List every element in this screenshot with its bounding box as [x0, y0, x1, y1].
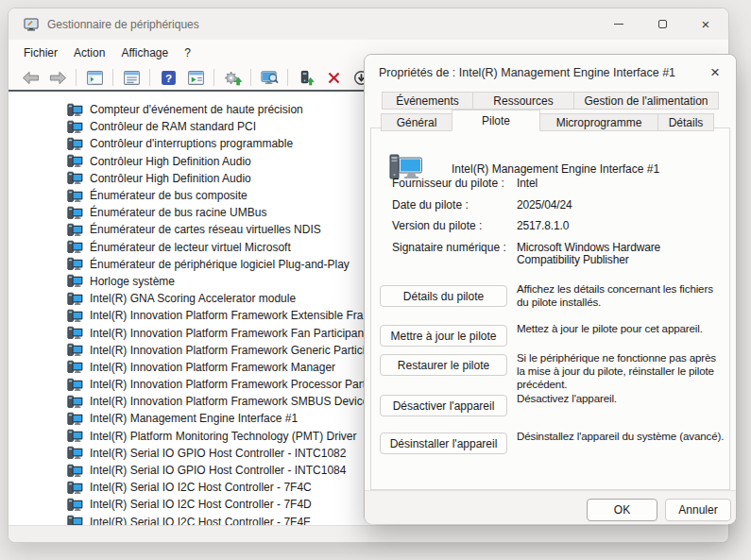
device-label: Énumérateur de bus racine UMBus: [90, 206, 266, 219]
driver-tab-page: Intel(R) Management Engine Interface #1 …: [370, 127, 730, 490]
desactiver-l-appareil-button[interactable]: Désactiver l'appareil: [380, 395, 507, 416]
device-label: Intel(R) Serial IO GPIO Host Controller …: [90, 447, 346, 460]
toolbar-separator: [76, 69, 77, 86]
close-icon: ×: [702, 17, 710, 31]
status-bar: [9, 525, 728, 542]
scan-hardware-button[interactable]: [257, 66, 282, 89]
device-icon: [67, 257, 83, 271]
close-icon: ×: [710, 63, 720, 82]
action-description: Si le périphérique ne fonctionne pas apr…: [517, 351, 726, 391]
enable-device-button[interactable]: [294, 66, 318, 89]
device-label: Intel(R) Platform Monitoring Technology …: [90, 430, 357, 443]
menu-action[interactable]: Action: [74, 46, 105, 59]
maximize-icon: [658, 20, 667, 28]
forward-arrow-button[interactable]: [45, 66, 70, 89]
device-label: Énumérateur de cartes réseau virtuelles …: [90, 223, 321, 236]
window-title: Gestionnaire de périphériques: [47, 18, 199, 31]
tab-pilote[interactable]: Pilote: [452, 110, 540, 131]
device-label: Intel(R) Innovation Platform Framework E…: [90, 309, 402, 322]
device-label: Horloge système: [90, 275, 175, 288]
properties-icon: [123, 70, 141, 86]
tab-general[interactable]: Général: [381, 113, 452, 131]
device-label: Intel(R) Management Engine Interface #1: [90, 412, 298, 425]
minimize-icon: [614, 24, 623, 25]
tab-details[interactable]: Détails: [657, 113, 714, 131]
device-icon: [67, 171, 83, 185]
device-label: Énumérateur de lecteur virtuel Microsoft: [90, 241, 291, 254]
restaurer-le-pilote-button[interactable]: Restaurer le pilote: [380, 354, 507, 376]
driver-actions: Détails du piloteAffichez les détails co…: [371, 128, 729, 489]
device-label: Intel(R) Serial IO I2C Host Controller -…: [90, 481, 312, 494]
device-icon: [67, 481, 83, 495]
device-label: Intel(R) Innovation Platform Framework F…: [90, 327, 367, 340]
dialog-titlebar[interactable]: Propriétés de : Intel(R) Management Engi…: [365, 55, 736, 91]
tab-ressources[interactable]: Ressources: [472, 92, 574, 110]
enable-device-icon: [298, 70, 316, 86]
show-window-button[interactable]: [183, 66, 208, 89]
back-arrow-button[interactable]: [18, 66, 43, 89]
tab-evenements[interactable]: Événements: [382, 92, 473, 110]
device-icon: [67, 360, 83, 374]
details-du-pilote-button[interactable]: Détails du pilote: [380, 285, 507, 307]
device-label: Contrôleur High Definition Audio: [90, 172, 251, 185]
action-description: Désactivez l'appareil.: [517, 392, 726, 405]
device-icon: [67, 206, 83, 220]
ok-button[interactable]: OK: [587, 499, 657, 521]
dialog-footer: OK Annuler: [365, 490, 736, 524]
console-tree-icon: [86, 70, 104, 86]
menu-help[interactable]: ?: [184, 46, 191, 59]
properties-dialog: Propriétés de : Intel(R) Management Engi…: [364, 54, 737, 524]
tab-gestion-de-l-alimentation[interactable]: Gestion de l'alimentation: [573, 92, 719, 110]
device-icon: [67, 378, 83, 392]
device-icon: [67, 309, 83, 323]
device-icon: [67, 103, 83, 117]
device-icon: [67, 395, 83, 409]
menu-affichage[interactable]: Affichage: [121, 46, 168, 59]
device-label: Contrôleur de RAM standard PCI: [90, 120, 256, 133]
device-label: Énumérateur de périphérique logiciel Plu…: [90, 258, 350, 271]
desktop: { "window": { "title": "Gestionnaire de …: [0, 0, 751, 560]
forward-arrow-icon: [49, 70, 67, 86]
dialog-close-button[interactable]: ×: [700, 59, 730, 87]
minimize-button[interactable]: [597, 8, 640, 40]
help-button[interactable]: [156, 66, 180, 89]
update-driver-icon: [224, 70, 242, 86]
device-icon: [67, 498, 83, 512]
titlebar[interactable]: Gestionnaire de périphériques ×: [9, 8, 728, 40]
cancel-button[interactable]: Annuler: [665, 499, 731, 521]
window-controls: ×: [597, 8, 727, 40]
device-icon: [67, 120, 83, 134]
device-icon: [67, 189, 83, 203]
device-label: Intel(R) Serial IO GPIO Host Controller …: [90, 464, 346, 477]
device-label: Intel(R) Serial IO I2C Host Controller -…: [90, 498, 312, 511]
device-label: Contrôleur High Definition Audio: [90, 155, 251, 168]
show-window-icon: [187, 70, 205, 86]
device-icon: [67, 137, 83, 151]
tab-microprogramme[interactable]: Microprogramme: [539, 113, 658, 131]
device-label: Intel(R) Innovation Platform Framework P…: [90, 378, 399, 391]
toolbar-separator: [250, 69, 251, 86]
device-label: Compteur d'événement de haute précision: [90, 103, 303, 116]
device-icon: [67, 446, 83, 460]
close-button[interactable]: ×: [684, 8, 727, 40]
update-driver-button[interactable]: [220, 66, 245, 89]
scan-hardware-icon: [261, 70, 279, 86]
action-description: Mettez à jour le pilote pour cet apparei…: [517, 322, 726, 335]
device-label: Contrôleur d'interruptions programmable: [90, 137, 293, 150]
mettre-a-jour-le-pilote-button[interactable]: Mettre à jour le pilote: [380, 325, 507, 347]
device-icon: [67, 464, 83, 478]
device-icon: [67, 292, 83, 306]
properties-button[interactable]: [119, 66, 144, 89]
toolbar-separator: [112, 69, 113, 86]
toolbar-separator: [213, 69, 214, 86]
desinstaller-l-appareil-button[interactable]: Désinstaller l'appareil: [380, 433, 507, 454]
menu-fichier[interactable]: Fichier: [24, 46, 58, 59]
back-arrow-icon: [22, 70, 40, 86]
tab-row-back: ÉvénementsRessourcesGestion de l'aliment…: [382, 92, 718, 110]
device-manager-icon: [24, 17, 39, 32]
device-icon: [67, 326, 83, 340]
maximize-button[interactable]: [640, 8, 684, 40]
console-tree-button[interactable]: [82, 66, 107, 89]
uninstall-device-button[interactable]: [321, 66, 346, 89]
device-label: Intel(R) Innovation Platform Framework S…: [90, 395, 368, 408]
